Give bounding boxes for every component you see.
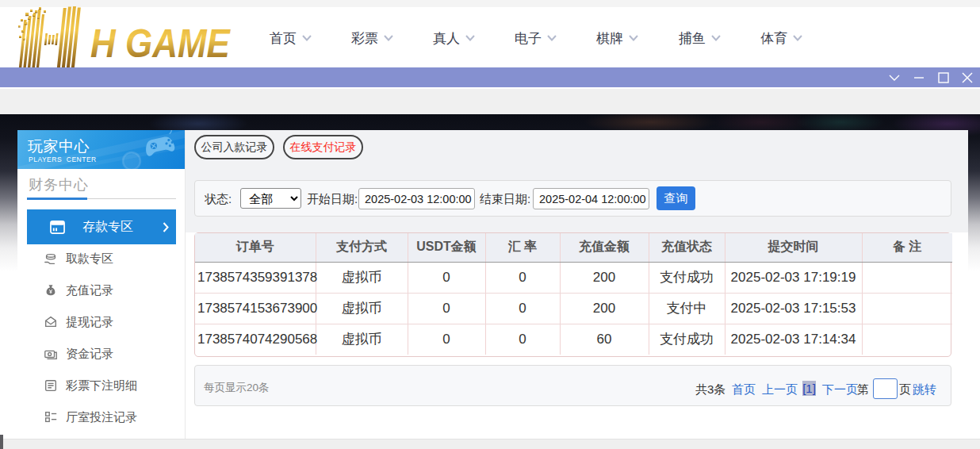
svg-text:H GAME: H GAME [90,21,231,65]
